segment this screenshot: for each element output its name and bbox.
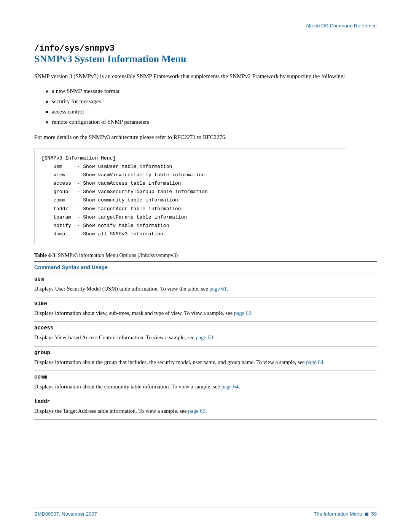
table-caption: Table 4-3 SNMPv3 information Menu Option…: [34, 252, 346, 259]
cmd-taddr-desc: Displays the Target Address table inform…: [34, 406, 342, 419]
cmd-taddr-link[interactable]: page 65: [188, 408, 206, 414]
footer-left: BMD00007, November 2007: [34, 511, 97, 517]
cmd-usm-link[interactable]: page 61: [209, 286, 227, 292]
cmd-usm-name: usm: [34, 273, 346, 283]
cmd-view-name: view: [34, 297, 346, 308]
bullet-list: a new SNMP message format security for m…: [46, 86, 377, 127]
cmd-taddr-name: taddr: [34, 395, 346, 406]
table-caption-bold: Table 4-3: [34, 252, 55, 258]
cmd-view: view Displays information about view, su…: [34, 297, 346, 321]
section-heading: /info/sys/snmpv3 SNMPv3 System Informati…: [34, 44, 377, 65]
page: Alteon OS Command Reference /info/sys/sn…: [0, 0, 411, 532]
section-text-title: SNMPv3 System Information Menu: [34, 53, 377, 65]
cmd-view-desc: Displays information about view, sub-tre…: [34, 308, 342, 321]
list-item: remote configuration of SNMP parameters: [46, 117, 377, 127]
cmd-group-desc: Displays information about the group tha…: [34, 357, 342, 371]
cmd-access: access Displays View-based Access Contro…: [34, 322, 346, 346]
footer-right: The Information Menu 59: [314, 511, 377, 517]
footer-right-text: The Information Menu: [314, 511, 362, 517]
list-item: a new SNMP message format: [46, 86, 377, 96]
section-code-title: /info/sys/snmpv3: [34, 44, 377, 53]
cmd-view-link[interactable]: page 62: [234, 310, 252, 316]
cmd-access-name: access: [34, 322, 346, 332]
list-item: access control: [46, 107, 377, 117]
cmd-usm-desc: Displays User Security Model (USM) table…: [34, 283, 342, 297]
footer-page-number: 59: [371, 511, 377, 517]
cmd-group: group Displays information about the gro…: [34, 347, 346, 371]
footer-square-icon: [365, 513, 368, 516]
cmd-group-name: group: [34, 347, 346, 357]
header-title: Alteon OS Command Reference: [306, 23, 377, 29]
intro-paragraph: SNMP version 3 (SNMPv3) is an extensible…: [34, 72, 346, 81]
code-block: [SNMPv3 Information Menu] usm - Show usm…: [34, 149, 346, 244]
cmd-taddr: taddr Displays the Target Address table …: [34, 395, 346, 419]
table-caption-text: SNMPv3 information Menu Options (/info/s…: [58, 252, 178, 258]
cmd-access-desc: Displays View-based Access Control infor…: [34, 332, 342, 346]
cmd-usm: usm Displays User Security Model (USM) t…: [34, 273, 346, 297]
list-item: security for messages: [46, 96, 377, 107]
cmd-comm-name: comm: [34, 371, 346, 381]
cmd-access-link[interactable]: page 63: [196, 334, 213, 340]
cmd-comm-link[interactable]: page 64: [221, 383, 239, 390]
cmd-comm-desc: Displays information about the community…: [34, 381, 342, 395]
cmd-group-link[interactable]: page 64: [306, 359, 323, 365]
cmd-syntax-header: Command Syntax and Usage: [34, 262, 346, 273]
cmd-comm: comm Displays information about the comm…: [34, 371, 346, 395]
page-header: Alteon OS Command Reference: [34, 23, 377, 32]
cmd-syntax-label: Command Syntax and Usage: [34, 264, 108, 270]
divider-after-taddr: [34, 419, 377, 420]
ref-paragraph: For more details on the SNMPv3 architect…: [34, 133, 346, 142]
page-footer: BMD00007, November 2007 The Information …: [34, 508, 377, 517]
code-content: [SNMPv3 Information Menu] usm - Show usm…: [41, 154, 339, 238]
